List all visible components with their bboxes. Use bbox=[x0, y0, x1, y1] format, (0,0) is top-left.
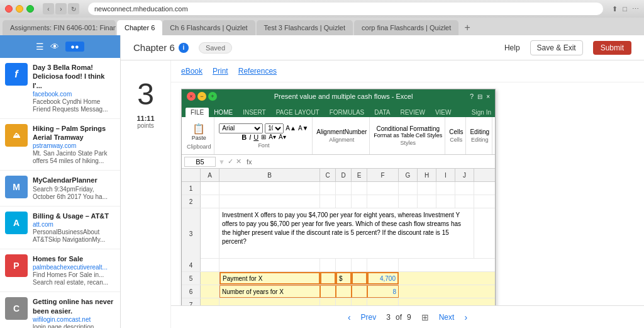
font-grow-button[interactable]: A▲ bbox=[286, 125, 296, 132]
font-shrink-button[interactable]: A▼ bbox=[298, 125, 309, 132]
cell-A5[interactable] bbox=[201, 272, 219, 285]
font-color-button[interactable]: A▾ bbox=[279, 133, 286, 140]
cell-E2[interactable] bbox=[352, 195, 367, 208]
col-header-A[interactable]: A bbox=[201, 169, 219, 181]
cell-A4[interactable] bbox=[201, 259, 219, 271]
info-icon[interactable]: i bbox=[179, 43, 189, 53]
cell-B3-merged[interactable]: Investment X offers to pay you $4,700 pe… bbox=[219, 208, 474, 259]
prev-button[interactable]: Prev bbox=[361, 313, 377, 322]
cell-F7[interactable] bbox=[367, 298, 399, 305]
tab-test3-flashcards[interactable]: Test 3 Flashcards | Quizlet bbox=[257, 20, 353, 35]
cell-H2[interactable] bbox=[418, 195, 436, 208]
cell-B7[interactable] bbox=[219, 298, 320, 305]
ribbon-paste-button[interactable]: 📋 Paste bbox=[191, 122, 208, 142]
tab-ch6-flashcards[interactable]: Ch 6 Flashcards | Quizlet bbox=[162, 20, 255, 35]
cell-H1[interactable] bbox=[418, 182, 436, 195]
minimize-window-button[interactable] bbox=[16, 5, 23, 13]
sidebar-eye-icon[interactable]: 👁 bbox=[50, 42, 59, 52]
cell-C6[interactable] bbox=[320, 285, 336, 298]
next-button[interactable]: Next bbox=[439, 313, 455, 322]
tab-assignments[interactable]: Assignments: FIN 6406-001: Financial Man… bbox=[3, 20, 116, 35]
cell-A7[interactable] bbox=[201, 298, 219, 305]
col-header-H[interactable]: H bbox=[418, 169, 436, 181]
col-header-J[interactable]: J bbox=[455, 169, 474, 181]
submit-button[interactable]: Submit bbox=[593, 41, 631, 55]
fill-color-button[interactable]: A▾ bbox=[269, 133, 276, 140]
help-button[interactable]: Help bbox=[504, 43, 520, 52]
sidebar-blue-button[interactable]: ●● bbox=[65, 42, 84, 52]
cell-J1[interactable] bbox=[455, 182, 474, 195]
cell-I2[interactable] bbox=[436, 195, 455, 208]
cell-B6[interactable]: Number of years for X bbox=[219, 285, 320, 298]
cell-B2[interactable] bbox=[219, 195, 320, 208]
back-button[interactable]: ‹ bbox=[43, 3, 54, 14]
sidebar-item-comcast[interactable]: C Getting online has never been easier. … bbox=[0, 292, 120, 328]
save-exit-button[interactable]: Save & Exit bbox=[530, 40, 583, 55]
col-header-E[interactable]: E bbox=[352, 169, 367, 181]
sidebar-item-calendar[interactable]: M MyCalendarPlanner Search 9:34pmFriday,… bbox=[0, 171, 120, 206]
underline-button[interactable]: U bbox=[253, 133, 258, 141]
cell-E5[interactable] bbox=[352, 272, 367, 285]
sidebar-item-att[interactable]: A Billing & Usage – AT&T att.com Persona… bbox=[0, 206, 120, 249]
excel-tab-pagelayout[interactable]: PAGE LAYOUT bbox=[271, 108, 325, 117]
excel-tab-file[interactable]: FILE bbox=[186, 108, 209, 117]
cell-D4[interactable] bbox=[336, 259, 352, 271]
cell-B4[interactable] bbox=[219, 259, 320, 271]
share-icon[interactable]: ⬆ bbox=[612, 5, 618, 13]
sidebar-item-tramway[interactable]: ⛰ Hiking – Palm Springs Aerial Tramway p… bbox=[0, 119, 120, 171]
sidebar-item-facebook[interactable]: f Day 3 Bella Roma! Deliciosa food! I th… bbox=[0, 58, 120, 119]
bold-button[interactable]: B bbox=[242, 133, 247, 141]
cell-C2[interactable] bbox=[320, 195, 336, 208]
italic-button[interactable]: I bbox=[249, 133, 251, 141]
cell-B5-selected[interactable]: Payment for X bbox=[219, 272, 320, 285]
maximize-window-button[interactable] bbox=[26, 5, 34, 13]
cell-D5[interactable]: $ bbox=[336, 272, 352, 285]
cell-E1[interactable] bbox=[352, 182, 367, 195]
col-header-I[interactable]: I bbox=[436, 169, 455, 181]
tab-corp-fina[interactable]: corp fina Flashcards | Quizlet bbox=[354, 20, 458, 35]
excel-tab-formulas[interactable]: FORMULAS bbox=[325, 108, 370, 117]
cell-C1[interactable] bbox=[320, 182, 336, 195]
cell-C7[interactable] bbox=[320, 298, 336, 305]
col-header-D[interactable]: D bbox=[336, 169, 352, 181]
references-link[interactable]: References bbox=[238, 67, 277, 76]
cell-reference-input[interactable] bbox=[184, 157, 216, 167]
cell-I1[interactable] bbox=[436, 182, 455, 195]
cell-C4[interactable] bbox=[320, 259, 336, 271]
excel-tab-data[interactable]: DATA bbox=[369, 108, 395, 117]
cell-E6[interactable] bbox=[352, 285, 367, 298]
cell-styles-button[interactable]: Cell Styles bbox=[416, 132, 443, 139]
conditional-formatting-button[interactable]: Conditional Formatting bbox=[376, 125, 440, 132]
excel-tab-view[interactable]: VIEW bbox=[430, 108, 457, 117]
cell-A3[interactable] bbox=[201, 208, 219, 259]
close-window-button[interactable] bbox=[5, 5, 13, 13]
border-button[interactable]: ⊞ bbox=[261, 133, 266, 140]
col-header-C[interactable]: C bbox=[320, 169, 336, 181]
new-tab-button[interactable]: + bbox=[460, 20, 475, 35]
cell-D2[interactable] bbox=[336, 195, 352, 208]
sidebar-item-homes[interactable]: P Homes for Sale palmbeachexecutiverealt… bbox=[0, 249, 120, 292]
grid-view-icon[interactable]: ⊞ bbox=[421, 312, 429, 322]
cell-D6[interactable] bbox=[336, 285, 352, 298]
cell-G2[interactable] bbox=[399, 195, 418, 208]
excel-close-button[interactable]: × bbox=[187, 92, 196, 101]
format-as-table-button[interactable]: Format as Table bbox=[374, 132, 414, 139]
cell-F5[interactable]: 4,700 bbox=[367, 272, 399, 285]
bookmark-icon[interactable]: □ bbox=[623, 5, 627, 13]
cell-D1[interactable] bbox=[336, 182, 352, 195]
excel-maximize-button[interactable]: + bbox=[208, 92, 217, 101]
forward-button[interactable]: › bbox=[55, 3, 67, 14]
excel-help-icon[interactable]: ? bbox=[470, 93, 474, 100]
col-header-B[interactable]: B bbox=[219, 169, 320, 181]
cell-G1[interactable] bbox=[399, 182, 418, 195]
cell-E4[interactable] bbox=[352, 259, 367, 271]
prev-arrow[interactable]: ‹ bbox=[348, 312, 351, 322]
excel-tab-insert[interactable]: INSERT bbox=[238, 108, 271, 117]
cell-E7[interactable] bbox=[352, 298, 367, 305]
col-header-G[interactable]: G bbox=[399, 169, 418, 181]
address-bar[interactable]: newconnect.mheducation.com bbox=[88, 3, 603, 15]
excel-tab-review[interactable]: REVIEW bbox=[395, 108, 430, 117]
excel-tab-home[interactable]: HOME bbox=[209, 108, 238, 117]
col-header-F[interactable]: F bbox=[367, 169, 399, 181]
cell-F2[interactable] bbox=[367, 195, 399, 208]
